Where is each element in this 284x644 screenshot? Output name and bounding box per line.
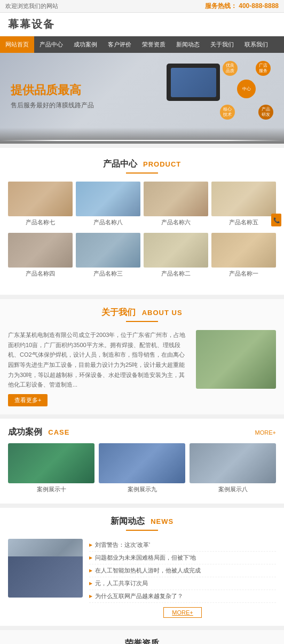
product-img-2 bbox=[144, 233, 208, 268]
road-base bbox=[0, 128, 284, 144]
product-img-3 bbox=[76, 233, 140, 268]
circle-center[interactable]: 中心 bbox=[237, 80, 256, 98]
news-item-5[interactable]: 为什么互联网产品越来越复杂了？ bbox=[89, 590, 276, 603]
title-underline bbox=[126, 172, 158, 174]
cases-title: 成功案例 CASE bbox=[8, 427, 69, 438]
case-item-8[interactable]: 案例展示八 bbox=[190, 443, 276, 496]
nav-item-cases[interactable]: 成功案例 bbox=[68, 36, 102, 53]
banner-title: 提供品质最高 bbox=[11, 82, 94, 98]
header: 幕幕设备 bbox=[0, 13, 284, 36]
product-name-6: 产品名称六 bbox=[144, 216, 208, 229]
about-image bbox=[196, 330, 276, 389]
top-bar-text: 欢迎浏览我们的网站 bbox=[5, 2, 58, 10]
banner-device bbox=[167, 64, 220, 101]
nav-item-news[interactable]: 新闻动态 bbox=[171, 36, 205, 53]
case-item-9[interactable]: 案例展示九 bbox=[99, 443, 185, 496]
news-item-3[interactable]: 在人工智能加热机人游时，他被人成完成 bbox=[89, 564, 276, 577]
product-item-7[interactable]: 产品名称七 bbox=[8, 182, 73, 229]
nav-item-about[interactable]: 关于我们 bbox=[205, 36, 239, 53]
circle-tech[interactable]: 核心技术 bbox=[220, 105, 235, 120]
nav-item-products[interactable]: 产品中心 bbox=[34, 36, 68, 53]
banner-subtitle: 售后服务最好的薄膜线路产品 bbox=[11, 101, 94, 110]
product-name-1: 产品名称一 bbox=[211, 268, 276, 280]
products-section: 产品中心 PRODUCT 产品名称七 产品名称八 产品名称六 产品名称五 产品名… bbox=[0, 148, 284, 295]
circle-service[interactable]: 广店服务 bbox=[256, 61, 271, 76]
device-screen bbox=[171, 68, 216, 97]
circle-dev[interactable]: 产品研发 bbox=[258, 105, 273, 120]
about-more-btn[interactable]: 查看更多+ bbox=[8, 394, 48, 406]
banner-content: 提供品质最高 售后服务最好的薄膜线路产品 bbox=[0, 74, 105, 122]
case-img-10 bbox=[8, 443, 94, 483]
nav-item-contact[interactable]: 联系我们 bbox=[239, 36, 273, 53]
news-image bbox=[8, 539, 83, 598]
about-img-inner bbox=[196, 330, 276, 389]
news-img-inner bbox=[8, 539, 83, 598]
separator-5 bbox=[0, 626, 284, 630]
nav-item-reviews[interactable]: 客户评价 bbox=[102, 36, 137, 53]
case-grid: 案例展示十 案例展示九 案例展示八 bbox=[8, 443, 276, 496]
product-item-3[interactable]: 产品名称三 bbox=[76, 233, 140, 280]
nav-item-home[interactable]: 网站首页 bbox=[0, 36, 34, 53]
product-name-2: 产品名称二 bbox=[144, 268, 208, 280]
product-item-1[interactable]: 产品名称一 bbox=[211, 233, 276, 280]
top-bar: 欢迎浏览我们的网站 服务热线： 400-888-8888 bbox=[0, 0, 284, 13]
case-name-10: 案例展示十 bbox=[8, 483, 94, 496]
cases-more-link[interactable]: MORE+ bbox=[255, 429, 276, 436]
products-section-title: 产品中心 PRODUCT bbox=[8, 159, 276, 174]
about-inner: 广东某某机电制造有限公司成立于2003年，位于广东省广州市，占地面积约10亩，广… bbox=[8, 330, 276, 406]
product-item-6[interactable]: 产品名称六 bbox=[144, 182, 208, 229]
news-list: 刘雷警告：这次'改革' 问题都业为未来国难格局面，但被下'地 在人工智能加热机人… bbox=[89, 539, 276, 618]
product-img-5 bbox=[211, 182, 276, 216]
hero-banner: 提供品质最高 售后服务最好的薄膜线路产品 优良品质 广店服务 中心 核心技术 产… bbox=[0, 53, 284, 144]
product-name-4: 产品名称四 bbox=[8, 268, 73, 280]
separator-4 bbox=[0, 504, 284, 508]
floating-phone-button[interactable]: 📞 bbox=[271, 214, 281, 226]
product-grid-bottom: 产品名称四 产品名称三 产品名称二 产品名称一 bbox=[8, 233, 276, 280]
product-img-4 bbox=[8, 233, 73, 268]
main-nav: 网站首页 产品中心 成功案例 客户评价 荣誉资质 新闻动态 关于我们 联系我们 bbox=[0, 36, 284, 53]
case-item-10[interactable]: 案例展示十 bbox=[8, 443, 94, 496]
banner-road bbox=[0, 120, 284, 144]
news-item-1[interactable]: 刘雷警告：这次'改革' bbox=[89, 539, 276, 552]
separator-1 bbox=[0, 144, 284, 148]
news-title-line bbox=[126, 530, 158, 531]
news-inner: 刘雷警告：这次'改革' 问题都业为未来国难格局面，但被下'地 在人工智能加热机人… bbox=[8, 539, 276, 618]
news-section-title: 新闻动态 NEWS bbox=[8, 516, 276, 531]
news-item-2[interactable]: 问题都业为未来国难格局面，但被下'地 bbox=[89, 552, 276, 564]
site-logo[interactable]: 幕幕设备 bbox=[8, 17, 55, 32]
product-item-2[interactable]: 产品名称二 bbox=[144, 233, 208, 280]
circle-group: 优良品质 广店服务 中心 核心技术 产品研发 bbox=[217, 58, 276, 122]
separator-2 bbox=[0, 295, 284, 299]
news-more[interactable]: MORE+ bbox=[89, 607, 276, 618]
hotline: 服务热线： 400-888-8888 bbox=[205, 2, 279, 11]
about-title-line bbox=[126, 321, 158, 322]
product-img-7 bbox=[8, 182, 73, 216]
news-more-link[interactable]: MORE+ bbox=[163, 607, 201, 618]
honor-section-title: 荣誉资质 bbox=[8, 638, 276, 644]
case-name-9: 案例展示九 bbox=[99, 483, 185, 496]
case-img-8 bbox=[190, 443, 276, 483]
news-item-4[interactable]: 元，人工共享订次局 bbox=[89, 577, 276, 590]
product-img-8 bbox=[76, 182, 140, 216]
product-item-4[interactable]: 产品名称四 bbox=[8, 233, 73, 280]
honor-section: 荣誉资质 荣誉证书 ⭐ 荣誉证书 🏆 北京市自主创新产品 bbox=[0, 630, 284, 644]
news-people-silhouette bbox=[8, 556, 83, 598]
product-img-1 bbox=[211, 233, 276, 268]
case-img-9 bbox=[99, 443, 185, 483]
nav-item-honor[interactable]: 荣誉资质 bbox=[137, 36, 171, 53]
product-img-6 bbox=[144, 182, 208, 216]
product-name-8: 产品名称八 bbox=[76, 216, 140, 229]
product-item-5[interactable]: 产品名称五 bbox=[211, 182, 276, 229]
product-grid-top: 产品名称七 产品名称八 产品名称六 产品名称五 bbox=[8, 182, 276, 229]
news-section: 新闻动态 NEWS 刘雷警告：这次'改革' 问题都业为未来国难格局面，但被下'地… bbox=[0, 508, 284, 626]
about-content: 广东某某机电制造有限公司成立于2003年，位于广东省广州市，占地面积约10亩，广… bbox=[8, 330, 190, 390]
cases-header: 成功案例 CASE MORE+ bbox=[8, 427, 276, 438]
product-name-3: 产品名称三 bbox=[76, 268, 140, 280]
case-name-8: 案例展示八 bbox=[190, 483, 276, 496]
banner-circles: 优良品质 广店服务 中心 核心技术 产品研发 bbox=[217, 58, 276, 122]
product-name-5: 产品名称五 bbox=[211, 216, 276, 229]
circle-quality[interactable]: 优良品质 bbox=[223, 61, 238, 76]
road-line bbox=[0, 140, 284, 141]
separator-3 bbox=[0, 414, 284, 419]
product-item-8[interactable]: 产品名称八 bbox=[76, 182, 140, 229]
